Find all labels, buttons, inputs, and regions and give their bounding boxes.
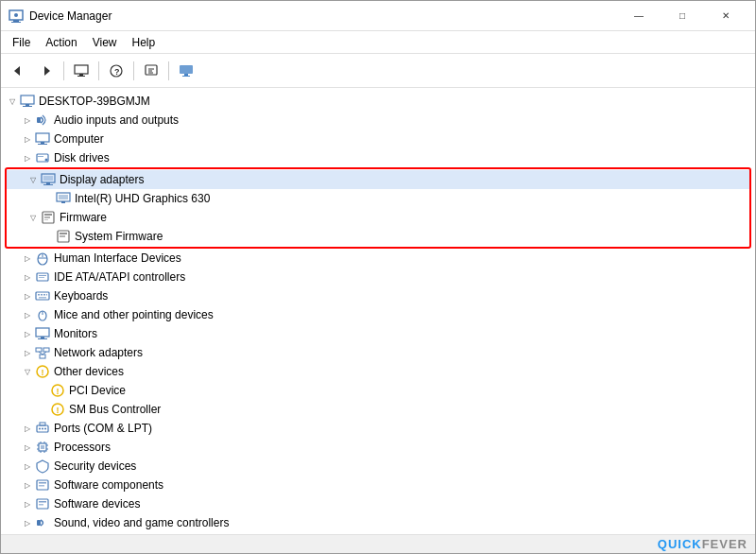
tree-item-keyboards[interactable]: ▷ Keyboards [1, 286, 755, 305]
svg-text:?: ? [114, 67, 120, 77]
tree-item-computer[interactable]: ▷ Computer [1, 130, 755, 148]
computer-icon-btn[interactable] [68, 58, 94, 84]
tree-item-smbus[interactable]: ! SM Bus Controller [1, 400, 755, 419]
sys-firmware-label: System Firmware [75, 230, 163, 243]
tree-item-softdev[interactable]: ▷ Software devices [1, 494, 755, 513]
computer-icon [20, 94, 35, 109]
svg-point-73 [42, 428, 43, 430]
tree-item-processors[interactable]: ▷ Processors [1, 438, 755, 457]
tree-item-ports[interactable]: ▷ Ports (COM & LPT) [1, 419, 755, 438]
hid-expand-icon[interactable]: ▷ [20, 251, 35, 266]
tree-view[interactable]: ▽ DESKTOP-39BGMJM ▷ [1, 88, 755, 534]
svg-marker-5 [44, 66, 50, 76]
toolbar: ? [1, 54, 755, 88]
close-button[interactable]: ✕ [704, 1, 747, 31]
scan-button[interactable] [138, 58, 164, 84]
tree-item-other[interactable]: ▽ ! Other devices [1, 362, 755, 381]
display-expand-icon[interactable]: ▽ [26, 172, 41, 187]
firmware-icon [41, 210, 56, 225]
svg-text:!: ! [42, 368, 44, 377]
menu-file[interactable]: File [5, 34, 38, 51]
status-bar: QUICKFEVER [1, 534, 755, 553]
processors-expand-icon[interactable]: ▷ [20, 440, 35, 455]
toolbar-separator-4 [168, 61, 169, 80]
svg-rect-18 [21, 95, 34, 104]
sound-expand-icon[interactable]: ▷ [20, 515, 35, 530]
softcomp-expand-icon[interactable]: ▷ [20, 477, 35, 493]
pci-label: PCI Device [69, 384, 126, 397]
svg-rect-91 [37, 520, 41, 526]
tree-item-audio[interactable]: ▷ Audio inputs and outputs [1, 111, 755, 130]
help-icon-btn[interactable]: ? [103, 58, 129, 84]
root-expand-icon[interactable]: ▽ [5, 94, 20, 109]
monitors-label: Monitors [54, 327, 97, 340]
firmware-expand-icon[interactable]: ▽ [26, 210, 41, 225]
ide-expand-icon[interactable]: ▷ [20, 269, 35, 285]
svg-point-72 [39, 428, 41, 430]
device-manager-window: Device Manager — □ ✕ File Action View He… [0, 0, 756, 554]
keyboards-expand-icon[interactable]: ▷ [20, 288, 35, 303]
tree-item-monitors[interactable]: ▷ Monitors [1, 324, 755, 343]
tree-root[interactable]: ▽ DESKTOP-39BGMJM [1, 92, 755, 111]
svg-rect-29 [46, 182, 50, 184]
svg-rect-53 [39, 297, 46, 299]
svg-rect-90 [39, 504, 43, 506]
menu-help[interactable]: Help [125, 34, 163, 51]
computer-label: Computer [54, 132, 104, 146]
svg-rect-31 [43, 176, 53, 181]
svg-rect-34 [61, 201, 65, 203]
security-label: Security devices [54, 459, 136, 473]
tree-item-sound[interactable]: ▷ Sound, video and game controllers [1, 513, 755, 532]
monitors-expand-icon[interactable]: ▷ [20, 326, 35, 341]
svg-rect-57 [41, 337, 44, 338]
network-expand-icon[interactable]: ▷ [20, 345, 35, 360]
content-area: ▽ DESKTOP-39BGMJM ▷ [1, 88, 755, 534]
tree-item-intel-gpu[interactable]: Intel(R) UHD Graphics 630 [7, 189, 749, 208]
maximize-button[interactable]: □ [661, 1, 704, 31]
svg-rect-21 [37, 117, 41, 123]
svg-rect-23 [41, 142, 44, 144]
svg-rect-52 [46, 294, 47, 296]
tree-item-security[interactable]: ▷ Security devices [1, 457, 755, 476]
display-icon-btn[interactable] [173, 58, 199, 84]
computer-tree-icon [35, 131, 50, 147]
pci-expand-icon [35, 383, 50, 398]
mice-expand-icon[interactable]: ▷ [20, 307, 35, 322]
ports-expand-icon[interactable]: ▷ [20, 421, 35, 436]
svg-marker-4 [14, 66, 20, 76]
tree-item-network[interactable]: ▷ Network adapters [1, 343, 755, 362]
tree-item-sys-firmware[interactable]: System Firmware [7, 227, 749, 246]
disk-expand-icon[interactable]: ▷ [20, 150, 35, 165]
sysfirm-expand-icon [41, 229, 56, 244]
tree-item-ide[interactable]: ▷ IDE ATA/ATAPI controllers [1, 268, 755, 286]
menu-action[interactable]: Action [38, 34, 84, 51]
svg-rect-76 [41, 445, 44, 449]
network-icon [35, 345, 50, 360]
tree-item-mice[interactable]: ▷ Mice and other pointing devices [1, 305, 755, 324]
audio-expand-icon[interactable]: ▷ [20, 113, 35, 128]
softdev-expand-icon[interactable]: ▷ [20, 496, 35, 511]
gpu-icon [56, 191, 71, 206]
menu-view[interactable]: View [85, 34, 125, 51]
tree-item-softcomp[interactable]: ▷ Software components [1, 476, 755, 494]
minimize-button[interactable]: — [617, 1, 661, 31]
tree-item-hid[interactable]: ▷ Human Interface Devices [1, 249, 755, 268]
audio-icon [35, 113, 50, 128]
tree-item-disk[interactable]: ▷ Disk drives [1, 148, 755, 167]
tree-item-display[interactable]: ▽ Display adapters [7, 170, 749, 189]
security-expand-icon[interactable]: ▷ [20, 459, 35, 474]
toolbar-separator-1 [63, 61, 64, 80]
softcomp-icon [35, 477, 50, 493]
mice-label: Mice and other pointing devices [54, 308, 214, 321]
back-button[interactable] [5, 58, 31, 84]
processor-icon [35, 440, 50, 455]
other-expand-icon[interactable]: ▽ [20, 364, 35, 379]
tree-item-firmware[interactable]: ▽ Firmware [7, 208, 749, 227]
svg-text:!: ! [57, 406, 60, 415]
tree-item-pci[interactable]: ! PCI Device [1, 381, 755, 400]
computer-expand-icon[interactable]: ▷ [20, 131, 35, 147]
ide-label: IDE ATA/ATAPI controllers [54, 270, 185, 284]
root-label: DESKTOP-39BGMJM [39, 95, 150, 108]
svg-rect-56 [36, 328, 49, 337]
forward-button[interactable] [33, 58, 60, 84]
